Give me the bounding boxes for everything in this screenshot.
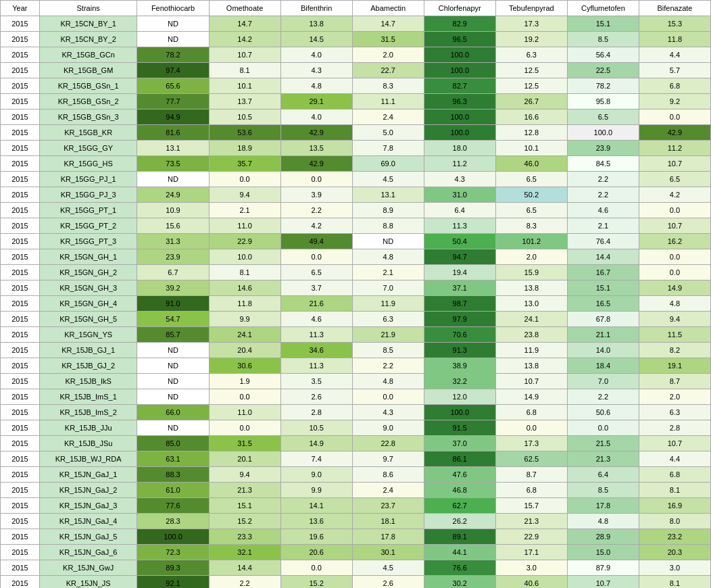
table-row: 2015KR_15GG_PT_215.611.04.28.811.38.32.1… (1, 218, 711, 234)
cell-r8-c9: 11.2 (639, 141, 710, 156)
cell-r27-c8: 21.5 (567, 436, 639, 451)
table-row: 2015KR_15JB_WJ_RDA63.120.17.49.786.162.5… (1, 451, 711, 467)
cell-r15-c7: 2.0 (495, 249, 567, 265)
cell-r2-c8: 56.4 (567, 47, 639, 63)
cell-r8-c0: 2015 (1, 141, 40, 156)
cell-r29-c5: 8.6 (352, 467, 424, 483)
cell-r14-c1: KR_15GG_PT_3 (39, 234, 137, 249)
table-row: 2015KR_15GB_GSn_394.910.54.02.4100.016.6… (1, 109, 711, 125)
cell-r29-c1: KR_15JN_GaJ_1 (39, 467, 137, 483)
cell-r0-c3: 14.7 (209, 16, 280, 32)
cell-r36-c2: 92.1 (137, 576, 209, 589)
cell-r34-c0: 2015 (1, 545, 40, 560)
cell-r13-c9: 10.7 (639, 218, 710, 234)
cell-r22-c4: 11.3 (280, 358, 352, 374)
cell-r31-c6: 62.7 (424, 498, 495, 514)
cell-r24-c7: 14.9 (495, 389, 567, 405)
cell-r11-c1: KR_15GG_PJ_3 (39, 187, 137, 203)
cell-r23-c5: 4.8 (352, 374, 424, 389)
cell-r21-c4: 34.6 (280, 343, 352, 358)
cell-r33-c4: 19.6 (280, 529, 352, 545)
cell-r17-c2: 39.2 (137, 280, 209, 296)
cell-r29-c4: 9.0 (280, 467, 352, 483)
cell-r35-c8: 87.9 (567, 560, 639, 576)
table-header-row: YearStrainsFenothiocarbOmethoateBifenthr… (1, 1, 711, 16)
cell-r18-c7: 13.0 (495, 296, 567, 312)
cell-r27-c2: 85.0 (137, 436, 209, 451)
cell-r14-c4: 49.4 (280, 234, 352, 249)
cell-r20-c3: 24.1 (209, 327, 280, 343)
column-header-cyflumetofen: Cyflumetofen (567, 1, 639, 16)
cell-r9-c9: 10.7 (639, 156, 710, 172)
cell-r15-c8: 14.4 (567, 249, 639, 265)
cell-r25-c9: 6.3 (639, 405, 710, 420)
cell-r4-c0: 2015 (1, 78, 40, 94)
cell-r14-c9: 16.2 (639, 234, 710, 249)
table-row: 2015KR_15JB_GJ_1ND20.434.68.591.311.914.… (1, 343, 711, 358)
cell-r33-c5: 17.8 (352, 529, 424, 545)
cell-r29-c9: 6.8 (639, 467, 710, 483)
cell-r10-c3: 0.0 (209, 172, 280, 187)
cell-r25-c4: 2.8 (280, 405, 352, 420)
cell-r8-c8: 23.9 (567, 141, 639, 156)
cell-r7-c6: 100.0 (424, 125, 495, 141)
cell-r17-c1: KR_15GN_GH_3 (39, 280, 137, 296)
cell-r5-c4: 29.1 (280, 94, 352, 109)
cell-r16-c4: 6.5 (280, 265, 352, 280)
column-header-chlorfenapyr: Chlorfenapyr (424, 1, 495, 16)
cell-r28-c8: 21.3 (567, 451, 639, 467)
cell-r3-c7: 12.5 (495, 63, 567, 78)
cell-r14-c6: 50.4 (424, 234, 495, 249)
cell-r9-c3: 35.7 (209, 156, 280, 172)
table-row: 2015KR_15CN_BY_1ND14.713.814.782.917.315… (1, 16, 711, 32)
cell-r12-c3: 2.1 (209, 203, 280, 218)
cell-r29-c2: 88.3 (137, 467, 209, 483)
cell-r4-c4: 4.8 (280, 78, 352, 94)
cell-r20-c5: 21.9 (352, 327, 424, 343)
column-header-omethoate: Omethoate (209, 1, 280, 16)
cell-r30-c7: 6.8 (495, 483, 567, 498)
cell-r26-c4: 10.5 (280, 420, 352, 436)
cell-r3-c4: 4.3 (280, 63, 352, 78)
cell-r6-c3: 10.5 (209, 109, 280, 125)
cell-r3-c2: 97.4 (137, 63, 209, 78)
cell-r23-c1: KR_15JB_IkS (39, 374, 137, 389)
cell-r12-c8: 4.6 (567, 203, 639, 218)
cell-r32-c3: 15.2 (209, 514, 280, 529)
cell-r24-c5: 0.0 (352, 389, 424, 405)
cell-r25-c8: 50.6 (567, 405, 639, 420)
cell-r23-c2: ND (137, 374, 209, 389)
cell-r33-c3: 23.3 (209, 529, 280, 545)
cell-r2-c6: 100.0 (424, 47, 495, 63)
cell-r15-c3: 10.0 (209, 249, 280, 265)
cell-r22-c9: 19.1 (639, 358, 710, 374)
cell-r2-c1: KR_15GB_GCn (39, 47, 137, 63)
cell-r24-c1: KR_15JB_ImS_1 (39, 389, 137, 405)
cell-r5-c3: 13.7 (209, 94, 280, 109)
cell-r22-c7: 13.8 (495, 358, 567, 374)
table-row: 2015KR_15JN_GaJ_377.615.114.123.762.715.… (1, 498, 711, 514)
cell-r34-c3: 32.1 (209, 545, 280, 560)
cell-r27-c9: 10.7 (639, 436, 710, 451)
cell-r13-c5: 8.8 (352, 218, 424, 234)
cell-r1-c3: 14.2 (209, 32, 280, 47)
table-row: 2015KR_15GB_KR81.653.642.95.0100.012.810… (1, 125, 711, 141)
table-row: 2015KR_15GN_GH_554.79.94.66.397.924.167.… (1, 312, 711, 327)
cell-r29-c0: 2015 (1, 467, 40, 483)
cell-r31-c0: 2015 (1, 498, 40, 514)
cell-r6-c0: 2015 (1, 109, 40, 125)
cell-r10-c2: ND (137, 172, 209, 187)
cell-r15-c9: 0.0 (639, 249, 710, 265)
cell-r35-c1: KR_15JN_GwJ (39, 560, 137, 576)
table-row: 2015KR_15GB_GSn_277.713.729.111.196.326.… (1, 94, 711, 109)
cell-r5-c2: 77.7 (137, 94, 209, 109)
cell-r3-c0: 2015 (1, 63, 40, 78)
cell-r31-c5: 23.7 (352, 498, 424, 514)
cell-r35-c4: 0.0 (280, 560, 352, 576)
cell-r6-c5: 2.4 (352, 109, 424, 125)
table-row: 2015KR_15JN_GaJ_261.021.39.92.446.86.88.… (1, 483, 711, 498)
cell-r12-c7: 6.5 (495, 203, 567, 218)
table-row: 2015KR_15GG_GY13.118.913.57.818.010.123.… (1, 141, 711, 156)
cell-r16-c5: 2.1 (352, 265, 424, 280)
cell-r27-c1: KR_15JB_JSu (39, 436, 137, 451)
